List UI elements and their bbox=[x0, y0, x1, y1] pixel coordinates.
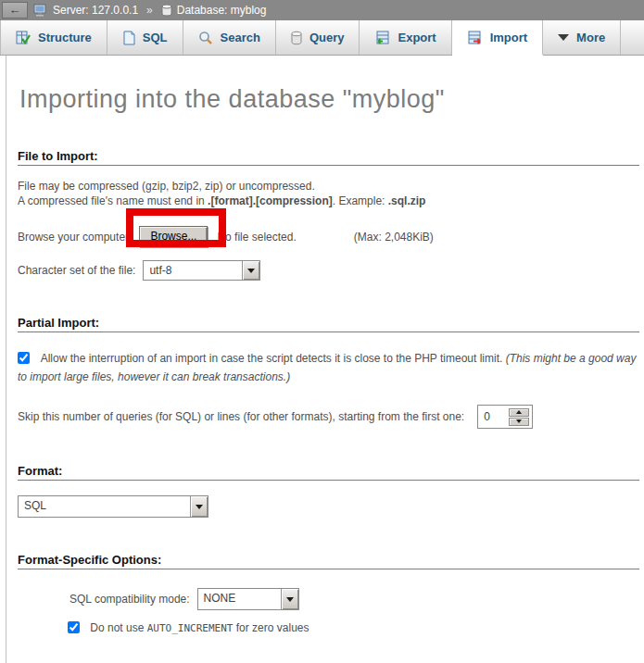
tab-more[interactable]: More bbox=[543, 20, 621, 55]
tab-structure[interactable]: Structure bbox=[0, 20, 107, 55]
charset-selected-value: utf-8 bbox=[144, 261, 242, 280]
server-icon bbox=[33, 4, 48, 17]
sql-compatibility-label: SQL compatibility mode: bbox=[69, 593, 190, 606]
sql-compatibility-value: NONE bbox=[198, 589, 281, 609]
sql-icon bbox=[122, 31, 135, 45]
export-icon bbox=[374, 31, 390, 45]
breadcrumb-database[interactable]: Database: myblog bbox=[177, 4, 267, 17]
browse-label: Browse your computer: bbox=[18, 231, 132, 244]
charset-row: Character set of the file: utf-8 bbox=[18, 260, 639, 281]
breadcrumb-separator: » bbox=[146, 4, 153, 17]
compression-format-pattern: .[format].[compression] bbox=[208, 194, 333, 207]
browse-button[interactable]: Browse... bbox=[139, 226, 208, 247]
back-button[interactable]: ← bbox=[2, 2, 28, 19]
tab-export[interactable]: Export bbox=[360, 20, 451, 55]
charset-select[interactable]: utf-8 bbox=[143, 260, 260, 281]
compression-line2-mid: . Example: bbox=[333, 194, 388, 207]
format-selected-value: SQL bbox=[19, 496, 190, 517]
compression-line1: File may be compressed (gzip, bzip2, zip… bbox=[18, 180, 315, 193]
max-upload-size: (Max: 2,048KiB) bbox=[354, 231, 434, 244]
browse-row: Browse your computer: Browse... No file … bbox=[18, 226, 639, 247]
import-icon bbox=[467, 31, 483, 45]
compression-example: .sql.zip bbox=[388, 194, 426, 207]
spinner-up-button[interactable] bbox=[509, 408, 529, 417]
tab-search[interactable]: Search bbox=[183, 20, 276, 55]
chevron-down-icon bbox=[558, 34, 569, 41]
allow-interruption-checkbox[interactable] bbox=[18, 352, 30, 364]
format-select[interactable]: SQL bbox=[18, 495, 208, 518]
tab-label: Structure bbox=[38, 31, 92, 44]
auto-increment-row: Do not use AUTO_INCREMENT for zero value… bbox=[68, 621, 639, 634]
auto-increment-checkbox[interactable] bbox=[68, 621, 80, 633]
section-heading-file-to-import: File to Import: bbox=[18, 149, 639, 166]
search-icon bbox=[198, 31, 213, 45]
breadcrumb-server[interactable]: Server: 127.0.0.1 bbox=[53, 4, 138, 17]
section-heading-partial-import: Partial Import: bbox=[18, 316, 639, 332]
skip-queries-label: Skip this number of queries (for SQL) or… bbox=[18, 410, 464, 423]
sql-compatibility-select[interactable]: NONE bbox=[197, 588, 299, 610]
auto-increment-label-suffix: for zero values bbox=[233, 621, 309, 634]
tab-label: Export bbox=[398, 31, 436, 44]
charset-label: Character set of the file: bbox=[18, 264, 135, 277]
dropdown-arrow-icon[interactable] bbox=[281, 589, 298, 609]
allow-interruption-row: Allow the interruption of an import in c… bbox=[18, 349, 637, 386]
skip-queries-row: Skip this number of queries (for SQL) or… bbox=[18, 405, 639, 429]
dropdown-arrow-icon[interactable] bbox=[190, 496, 208, 517]
tab-label: More bbox=[576, 31, 605, 44]
allow-interruption-label: Allow the interruption of an import in c… bbox=[41, 352, 506, 365]
breadcrumb: Server: 127.0.0.1 » Database: myblog bbox=[33, 4, 266, 17]
tab-label: Query bbox=[309, 31, 345, 44]
auto-increment-code: AUTO_INCREMENT bbox=[147, 622, 234, 634]
tab-query[interactable]: Query bbox=[276, 20, 360, 55]
tab-label: Import bbox=[490, 31, 527, 44]
spinner-down-button[interactable] bbox=[509, 418, 529, 426]
page-title: Importing into the database "myblog" bbox=[18, 56, 639, 114]
breadcrumb-bar: ← Server: 127.0.0.1 » Database: myblog bbox=[0, 0, 644, 20]
dropdown-arrow-icon[interactable] bbox=[242, 261, 259, 280]
format-row: SQL bbox=[18, 495, 639, 518]
query-icon bbox=[291, 31, 302, 45]
tab-bar: Structure SQL Search Query bbox=[0, 20, 644, 56]
main-content: Importing into the database "myblog" Fil… bbox=[6, 56, 644, 663]
sql-compatibility-row: SQL compatibility mode: NONE bbox=[69, 588, 639, 610]
file-compression-note: File may be compressed (gzip, bzip2, zip… bbox=[18, 179, 639, 208]
skip-queries-input[interactable]: 0 bbox=[477, 405, 533, 429]
tab-import[interactable]: Import bbox=[452, 20, 543, 55]
structure-icon bbox=[16, 31, 31, 45]
tab-sql[interactable]: SQL bbox=[107, 20, 183, 55]
skip-queries-value: 0 bbox=[484, 410, 490, 423]
tab-label: SQL bbox=[143, 31, 168, 44]
no-file-selected-text: No file selected. bbox=[217, 231, 296, 244]
compression-line2-prefix: A compressed file's name must end in bbox=[18, 194, 208, 207]
database-icon bbox=[161, 4, 172, 17]
auto-increment-label-prefix: Do not use bbox=[90, 621, 146, 634]
section-heading-format: Format: bbox=[18, 464, 639, 481]
section-heading-format-specific: Format-Specific Options: bbox=[18, 553, 639, 569]
tab-label: Search bbox=[221, 31, 260, 44]
